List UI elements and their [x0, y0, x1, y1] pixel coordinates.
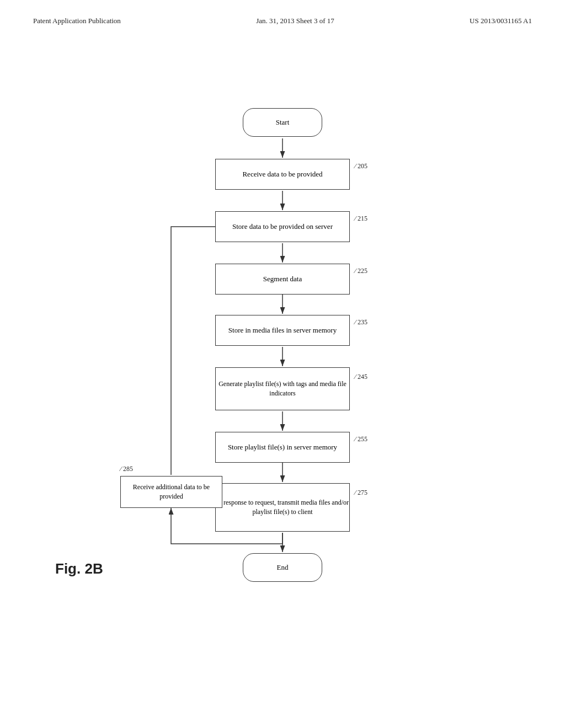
node-215-label: Store data to be provided on server [232, 222, 333, 231]
node-205-label: Receive data to be provided [242, 170, 322, 179]
ref-215: ∕ 215 [355, 215, 367, 223]
node-245-label: Generate playlist file(s) with tags and … [216, 379, 349, 398]
header-center: Jan. 31, 2013 Sheet 3 of 17 [256, 17, 334, 25]
ref-215-slash: ∕ [355, 215, 356, 222]
node-255: Store playlist file(s) in server memory [215, 432, 350, 463]
node-205: Receive data to be provided [215, 159, 350, 190]
ref-245: ∕ 245 [355, 373, 367, 381]
node-285: Receive additional data to be provided [120, 476, 222, 508]
node-235: Store in media files in server memory [215, 315, 350, 346]
end-label: End [277, 563, 289, 572]
node-245: Generate playlist file(s) with tags and … [215, 367, 350, 410]
ref-285: ∕ 285 [120, 465, 133, 473]
ref-275: ∕ 275 [355, 489, 367, 497]
start-node: Start [243, 108, 322, 137]
page-header: Patent Application Publication Jan. 31, … [0, 0, 565, 31]
ref-225-slash: ∕ [355, 267, 356, 275]
figure-label-text: Fig. 2B [55, 560, 103, 577]
ref-205-slash: ∕ [355, 162, 356, 170]
ref-205: ∕ 205 [355, 162, 367, 170]
ref-225: ∕ 225 [355, 267, 367, 275]
ref-255: ∕ 255 [355, 435, 367, 443]
node-275-label: In response to request, transmit media f… [216, 498, 349, 517]
node-275: In response to request, transmit media f… [215, 483, 350, 532]
node-225: Segment data [215, 264, 350, 295]
node-225-label: Segment data [263, 275, 302, 283]
ref-285-slash: ∕ [120, 465, 121, 473]
node-255-label: Store playlist file(s) in server memory [228, 443, 337, 452]
ref-235-slash: ∕ [355, 318, 356, 326]
ref-245-slash: ∕ [355, 373, 356, 381]
ref-275-slash: ∕ [355, 489, 356, 496]
end-node: End [243, 553, 322, 582]
page: Patent Application Publication Jan. 31, … [0, 0, 565, 728]
ref-255-slash: ∕ [355, 435, 356, 443]
node-235-label: Store in media files in server memory [228, 326, 337, 335]
header-left: Patent Application Publication [33, 17, 121, 25]
node-215: Store data to be provided on server [215, 211, 350, 242]
figure-label: Fig. 2B [55, 560, 103, 577]
node-285-label: Receive additional data to be provided [121, 483, 222, 501]
header-right: US 2013/0031165 A1 [470, 17, 532, 25]
diagram-area: Start Receive data to be provided ∕ 205 … [0, 36, 565, 671]
ref-235: ∕ 235 [355, 318, 367, 326]
start-label: Start [276, 118, 290, 127]
